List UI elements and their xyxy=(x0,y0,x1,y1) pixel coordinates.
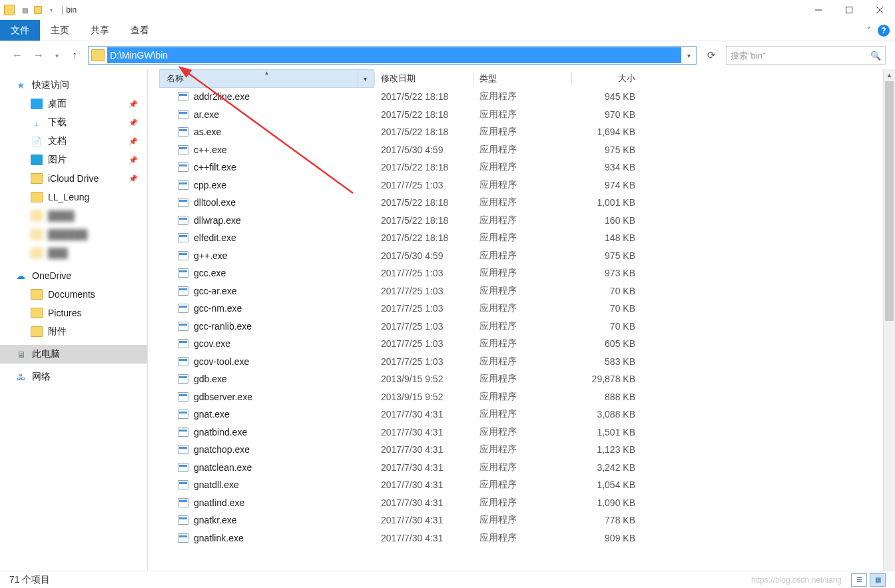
file-type: 应用程序 xyxy=(473,338,571,350)
file-row[interactable]: elfedit.exe 2017/5/22 18:18 应用程序 148 KB xyxy=(148,229,895,247)
sidebar-item[interactable]: 桌面📌 xyxy=(0,95,147,113)
file-row[interactable]: addr2line.exe 2017/5/22 18:18 应用程序 945 K… xyxy=(148,88,895,106)
scrollbar[interactable]: ▲ ▼ xyxy=(883,69,895,582)
help-icon[interactable]: ? xyxy=(878,25,890,37)
view-details-button[interactable]: ☰ xyxy=(851,573,867,587)
tab-home[interactable]: 主页 xyxy=(40,20,80,41)
sidebar-item[interactable]: ↓下载📌 xyxy=(0,113,147,132)
forward-button[interactable]: → xyxy=(31,47,47,63)
star-icon: ★ xyxy=(15,80,27,91)
file-row[interactable]: cpp.exe 2017/7/25 1:03 应用程序 974 KB xyxy=(148,176,895,194)
file-row[interactable]: gcov.exe 2017/7/25 1:03 应用程序 605 KB xyxy=(148,335,895,353)
search-icon[interactable]: 🔍 xyxy=(870,51,881,61)
scroll-thumb[interactable] xyxy=(885,81,894,321)
ribbon-collapse-icon[interactable]: ˅ xyxy=(867,26,871,35)
sidebar-thispc[interactable]: 🖥 此电脑 xyxy=(0,345,147,364)
sidebar-item[interactable]: Pictures xyxy=(0,304,147,322)
col-type[interactable]: 类型 xyxy=(473,69,571,88)
scroll-up-icon[interactable]: ▲ xyxy=(884,69,895,81)
file-row[interactable]: gnatclean.exe 2017/7/30 4:31 应用程序 3,242 … xyxy=(148,459,895,477)
file-size: 70 KB xyxy=(571,286,649,296)
sidebar-item[interactable]: iCloud Drive📌 xyxy=(0,169,147,188)
file-size: 29,878 KB xyxy=(571,374,649,384)
file-row[interactable]: gdb.exe 2013/9/15 9:52 应用程序 29,878 KB xyxy=(148,370,895,388)
search-box[interactable]: 🔍 xyxy=(726,46,886,65)
file-row[interactable]: gnatdll.exe 2017/7/30 4:31 应用程序 1,054 KB xyxy=(148,476,895,494)
maximize-button[interactable] xyxy=(834,0,864,20)
file-date: 2017/7/30 4:31 xyxy=(374,479,473,490)
file-row[interactable]: gdbserver.exe 2013/9/15 9:52 应用程序 888 KB xyxy=(148,388,895,406)
sidebar-item-blur1[interactable]: ████ xyxy=(0,206,147,225)
file-row[interactable]: dlltool.exe 2017/5/22 18:18 应用程序 1,001 K… xyxy=(148,194,895,212)
view-icons-button[interactable]: ▦ xyxy=(870,573,886,587)
file-name: gdbserver.exe xyxy=(194,392,252,402)
sidebar-item[interactable]: LL_Leung xyxy=(0,188,147,206)
exe-icon xyxy=(178,198,188,207)
file-size: 605 KB xyxy=(571,338,649,349)
file-name: elfedit.exe xyxy=(194,232,236,243)
exe-icon xyxy=(178,286,188,296)
address-dd-icon[interactable]: ▾ xyxy=(681,52,696,59)
file-row[interactable]: gnatlink.exe 2017/7/30 4:31 应用程序 909 KB xyxy=(148,529,895,547)
file-row[interactable]: gcc-ar.exe 2017/7/25 1:03 应用程序 70 KB xyxy=(148,282,895,300)
sidebar-onedrive[interactable]: ☁ OneDrive xyxy=(0,266,147,285)
col-date[interactable]: 修改日期 xyxy=(374,69,473,88)
file-date: 2013/9/15 9:52 xyxy=(374,374,473,384)
sidebar-item-blur2[interactable]: ██████ xyxy=(0,225,147,244)
file-row[interactable]: gcc-nm.exe 2017/7/25 1:03 应用程序 70 KB xyxy=(148,300,895,318)
file-row[interactable]: gcc-ranlib.exe 2017/7/25 1:03 应用程序 70 KB xyxy=(148,318,895,336)
qat-new-icon[interactable] xyxy=(32,4,44,16)
address-input[interactable] xyxy=(107,47,681,63)
file-row[interactable]: as.exe 2017/5/22 18:18 应用程序 1,694 KB xyxy=(148,123,895,141)
file-size: 945 KB xyxy=(571,91,649,102)
file-row[interactable]: gnatbind.exe 2017/7/30 4:31 应用程序 1,501 K… xyxy=(148,424,895,441)
qat-props-icon[interactable]: ▤ xyxy=(19,4,31,16)
col-name[interactable]: ▲ 名称 ▾ xyxy=(159,69,374,88)
file-name: gcc.exe xyxy=(194,268,226,278)
file-row[interactable]: ar.exe 2017/5/22 18:18 应用程序 970 KB xyxy=(148,106,895,124)
search-input[interactable] xyxy=(731,51,870,61)
up-button[interactable]: ↑ xyxy=(67,47,83,63)
recent-dd-icon[interactable]: ▾ xyxy=(52,47,61,63)
file-date: 2017/7/30 4:31 xyxy=(374,444,473,455)
file-type: 应用程序 xyxy=(473,179,571,191)
col-size[interactable]: 大小 xyxy=(571,69,649,88)
sidebar-quickaccess[interactable]: ★ 快速访问 xyxy=(0,76,147,95)
tab-file[interactable]: 文件 xyxy=(0,20,40,41)
file-size: 1,090 KB xyxy=(571,497,649,508)
folder-icon xyxy=(31,192,43,202)
file-row[interactable]: g++.exe 2017/5/30 4:59 应用程序 975 KB xyxy=(148,247,895,265)
file-row[interactable]: c++filt.exe 2017/5/22 18:18 应用程序 934 KB xyxy=(148,158,895,176)
tab-share[interactable]: 共享 xyxy=(80,20,120,41)
file-date: 2017/7/30 4:31 xyxy=(374,409,473,420)
file-size: 1,054 KB xyxy=(571,479,649,490)
file-row[interactable]: gcc.exe 2017/7/25 1:03 应用程序 973 KB xyxy=(148,264,895,282)
sidebar-network[interactable]: 🖧 网络 xyxy=(0,368,147,386)
status-bar: 71 个项目 https://blog.csdn.net/liang ☰ ▦ xyxy=(0,571,895,588)
file-row[interactable]: gnatchop.exe 2017/7/30 4:31 应用程序 1,123 K… xyxy=(148,441,895,459)
qat-dd-icon[interactable]: ▾ xyxy=(45,4,57,16)
sidebar-item[interactable]: 📄文档📌 xyxy=(0,132,147,150)
folder-icon xyxy=(91,49,105,61)
file-row[interactable]: gnat.exe 2017/7/30 4:31 应用程序 3,088 KB xyxy=(148,406,895,424)
back-button[interactable]: ← xyxy=(9,47,25,63)
file-row[interactable]: dllwrap.exe 2017/5/22 18:18 应用程序 160 KB xyxy=(148,212,895,230)
file-row[interactable]: gcov-tool.exe 2017/7/25 1:03 应用程序 583 KB xyxy=(148,353,895,371)
file-row[interactable]: gnatfind.exe 2017/7/30 4:31 应用程序 1,090 K… xyxy=(148,494,895,512)
sidebar-item[interactable]: Documents xyxy=(0,285,147,304)
file-date: 2017/5/22 18:18 xyxy=(374,109,473,120)
col-dd-icon[interactable]: ▾ xyxy=(358,70,367,87)
minimize-button[interactable] xyxy=(803,0,834,20)
address-bar[interactable]: ▾ xyxy=(88,46,697,65)
main-area: ★ 快速访问 桌面📌↓下载📌📄文档📌图片📌iCloud Drive📌LL_Leu… xyxy=(0,69,895,582)
sidebar-item[interactable]: 附件 xyxy=(0,322,147,341)
refresh-button[interactable]: ⟳ xyxy=(702,46,721,65)
file-date: 2017/5/22 18:18 xyxy=(374,215,473,226)
file-row[interactable]: gnatkr.exe 2017/7/30 4:31 应用程序 778 KB xyxy=(148,511,895,529)
file-row[interactable]: c++.exe 2017/5/30 4:59 应用程序 975 KB xyxy=(148,141,895,159)
file-size: 934 KB xyxy=(571,162,649,172)
sidebar-item-blur3[interactable]: ███ xyxy=(0,244,147,262)
tab-view[interactable]: 查看 xyxy=(120,20,160,41)
sidebar-item[interactable]: 图片📌 xyxy=(0,150,147,169)
close-button[interactable] xyxy=(864,0,895,20)
